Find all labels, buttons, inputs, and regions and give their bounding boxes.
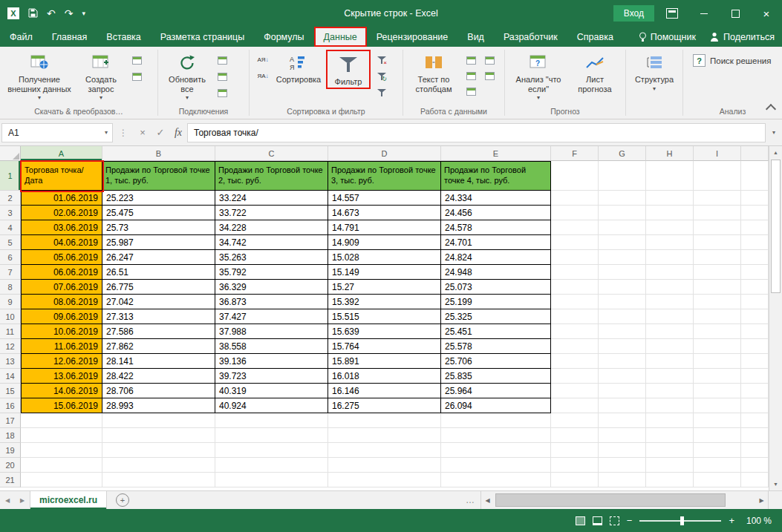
cell[interactable]	[646, 265, 694, 280]
cell-C10[interactable]: 37.427	[215, 309, 328, 324]
cell[interactable]	[599, 280, 646, 295]
sheet-tab-active[interactable]: microexcel.ru	[30, 491, 107, 509]
row-header-7[interactable]: 7	[0, 265, 21, 280]
consolidate-icon[interactable]	[481, 69, 498, 82]
cell[interactable]	[551, 398, 599, 413]
sort-descending-icon[interactable]: ЯА↓	[255, 70, 271, 83]
row-header-16[interactable]: 16	[0, 398, 21, 413]
formula-input[interactable]: Торговая точка/	[187, 123, 766, 142]
cell[interactable]	[551, 265, 599, 280]
row-header-20[interactable]: 20	[0, 458, 21, 473]
cell[interactable]	[328, 443, 441, 458]
insert-function-icon[interactable]: fx	[169, 127, 187, 139]
cell[interactable]	[646, 339, 694, 354]
cell[interactable]	[599, 413, 646, 428]
cell[interactable]	[328, 428, 441, 443]
scroll-left-icon[interactable]: ◀	[481, 497, 494, 504]
cell-C16[interactable]: 40.924	[215, 398, 328, 413]
filter-button[interactable]: Фильтр	[330, 52, 366, 87]
cell[interactable]	[551, 235, 599, 250]
cell-D16[interactable]: 16.275	[328, 398, 441, 413]
cell[interactable]	[551, 369, 599, 384]
cell-C15[interactable]: 40.319	[215, 384, 328, 398]
new-query-button[interactable]: Создать запрос ▾	[75, 50, 127, 101]
ribbon-tab-разработчик[interactable]: Разработчик	[494, 27, 567, 47]
ribbon-tab-формулы[interactable]: Формулы	[254, 27, 313, 47]
cell[interactable]	[102, 443, 215, 458]
ribbon-tab-главная[interactable]: Главная	[42, 27, 97, 47]
solver-button[interactable]: ? Поиск решения	[687, 50, 774, 67]
cell-E7[interactable]: 24.948	[441, 265, 551, 280]
cell[interactable]	[599, 384, 646, 398]
get-external-data-button[interactable]: Получение внешних данных ▾	[4, 50, 75, 101]
ribbon-tab-рецензирование[interactable]: Рецензирование	[367, 27, 458, 47]
cell[interactable]	[741, 220, 769, 235]
row-header-6[interactable]: 6	[0, 250, 21, 265]
cell[interactable]	[741, 206, 769, 220]
cell[interactable]	[551, 458, 599, 473]
cell-B16[interactable]: 28.993	[102, 398, 215, 413]
cell[interactable]	[646, 428, 694, 443]
relationships-icon[interactable]	[463, 85, 479, 98]
column-header-C[interactable]: C	[215, 146, 328, 161]
cell[interactable]	[551, 443, 599, 458]
row-header-2[interactable]: 2	[0, 191, 21, 206]
row-header-21[interactable]: 21	[0, 473, 21, 487]
cell-A5[interactable]: 04.06.2019	[21, 235, 102, 250]
cell[interactable]	[741, 458, 769, 473]
reapply-filter-icon[interactable]: ↻	[374, 70, 390, 83]
column-header-B[interactable]: B	[102, 146, 215, 161]
cell[interactable]	[741, 398, 769, 413]
row-header-12[interactable]: 12	[0, 339, 21, 354]
cell[interactable]	[551, 280, 599, 295]
cell[interactable]	[694, 458, 741, 473]
assistant-button[interactable]: Помощник	[639, 32, 696, 42]
cell-A10[interactable]: 09.06.2019	[21, 309, 102, 324]
cell[interactable]	[551, 354, 599, 369]
cell[interactable]	[551, 473, 599, 487]
zoom-out-icon[interactable]: −	[627, 515, 633, 526]
cell[interactable]	[646, 443, 694, 458]
cell[interactable]	[21, 413, 102, 428]
cell[interactable]	[741, 309, 769, 324]
cell[interactable]	[599, 235, 646, 250]
cell-C14[interactable]: 39.723	[215, 369, 328, 384]
row-header-3[interactable]: 3	[0, 206, 21, 220]
undo-icon[interactable]: ↶	[47, 8, 56, 19]
cell[interactable]	[441, 428, 551, 443]
column-header-F[interactable]: F	[551, 146, 599, 161]
cell[interactable]	[694, 161, 741, 191]
cell[interactable]	[694, 413, 741, 428]
cell-A11[interactable]: 10.06.2019	[21, 324, 102, 339]
cell[interactable]	[215, 458, 328, 473]
cell-D2[interactable]: 14.557	[328, 191, 441, 206]
cell-D6[interactable]: 15.028	[328, 250, 441, 265]
ribbon-tab-разметка страницы[interactable]: Разметка страницы	[151, 27, 254, 47]
cell[interactable]	[694, 354, 741, 369]
cell-C8[interactable]: 36.329	[215, 280, 328, 295]
cell[interactable]	[102, 473, 215, 487]
cell-C1[interactable]: Продажи по Торговой точке 2, тыс. руб.	[215, 161, 328, 191]
cell[interactable]	[694, 220, 741, 235]
cell[interactable]	[646, 220, 694, 235]
cell[interactable]	[599, 206, 646, 220]
cell[interactable]	[215, 413, 328, 428]
cell-C9[interactable]: 36.873	[215, 295, 328, 309]
cell-C12[interactable]: 38.558	[215, 339, 328, 354]
cell[interactable]	[694, 280, 741, 295]
cell[interactable]	[599, 398, 646, 413]
cell-D13[interactable]: 15.891	[328, 354, 441, 369]
cell[interactable]	[646, 324, 694, 339]
zoom-level[interactable]: 100 %	[742, 516, 772, 526]
cell[interactable]	[551, 339, 599, 354]
cell[interactable]	[741, 250, 769, 265]
row-header-19[interactable]: 19	[0, 443, 21, 458]
sign-in-button[interactable]: Вход	[613, 5, 654, 22]
cell[interactable]	[441, 413, 551, 428]
cell-A7[interactable]: 06.06.2019	[21, 265, 102, 280]
column-header-E[interactable]: E	[441, 146, 551, 161]
row-header-14[interactable]: 14	[0, 369, 21, 384]
cell[interactable]	[599, 250, 646, 265]
cell-E2[interactable]: 24.334	[441, 191, 551, 206]
cell-B4[interactable]: 25.73	[102, 220, 215, 235]
